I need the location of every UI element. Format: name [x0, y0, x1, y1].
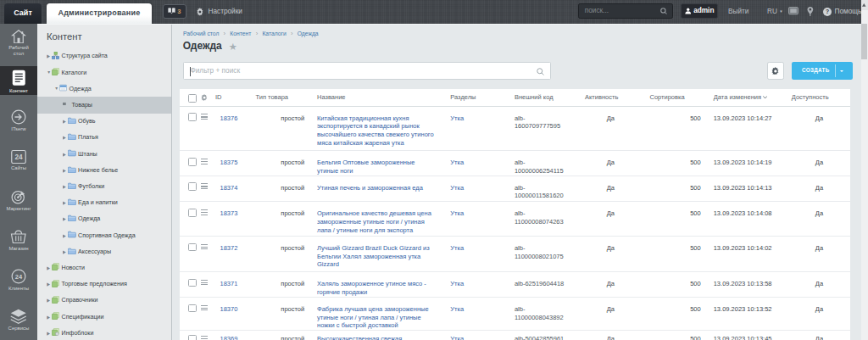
svg-text:24: 24 — [14, 153, 23, 161]
svg-text:24: 24 — [15, 273, 23, 281]
